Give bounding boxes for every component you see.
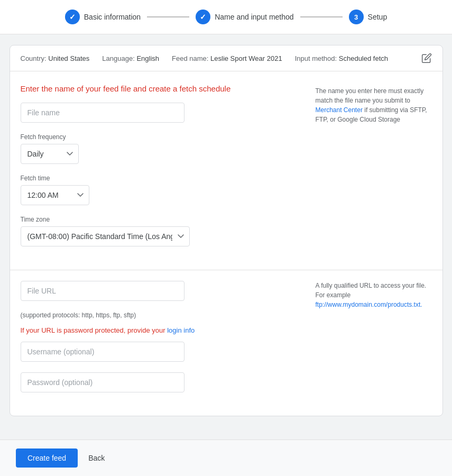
supported-protocols: (supported protocols: http, https, ftp, … — [21, 312, 294, 319]
main-card: Country: United States Language: English… — [10, 45, 443, 416]
timezone-label: Time zone — [21, 216, 294, 223]
country-info: Country: United States — [21, 54, 90, 62]
bottom-bar: Create feed Back — [0, 440, 452, 476]
step-3: 3 Setup — [349, 10, 388, 24]
login-info-link[interactable]: login info — [167, 326, 195, 334]
edit-button[interactable] — [421, 53, 432, 63]
fetch-frequency-group: Fetch frequency Daily Weekly Monthly — [21, 133, 294, 164]
info-bar: Country: United States Language: English… — [10, 45, 442, 71]
form-right-hint: The name you enter here must exactly mat… — [316, 84, 432, 257]
input-method-info: Input method: Scheduled fetch — [295, 54, 388, 62]
section-title: Enter the name of your feed file and cre… — [21, 84, 294, 93]
username-group — [21, 342, 294, 362]
url-section-inner: (supported protocols: http, https, ftp, … — [21, 281, 432, 403]
url-left: (supported protocols: http, https, ftp, … — [21, 281, 294, 403]
step2-label: Name and input method — [215, 13, 293, 21]
username-input[interactable] — [21, 342, 185, 362]
step-1: ✓ Basic information — [65, 10, 141, 24]
file-url-input[interactable] — [21, 281, 185, 301]
connector-2 — [300, 16, 343, 17]
step-2: ✓ Name and input method — [196, 10, 293, 24]
password-group — [21, 372, 294, 392]
fetch-time-select[interactable]: 12:00 AM 1:00 AM 2:00 AM 3:00 AM — [21, 185, 89, 205]
timezone-group: Time zone (GMT-08:00) Pacific Standard T… — [21, 216, 294, 246]
create-feed-button[interactable]: Create feed — [16, 448, 78, 468]
step1-icon: ✓ — [65, 10, 80, 24]
fetch-frequency-select[interactable]: Daily Weekly Monthly — [21, 144, 79, 164]
form-left: Enter the name of your feed file and cre… — [21, 84, 294, 257]
feed-name-info: Feed name: Leslie Sport Wear 2021 — [172, 54, 282, 62]
password-warning: If your URL is password protected, provi… — [21, 326, 294, 334]
fetch-frequency-label: Fetch frequency — [21, 133, 294, 141]
password-input[interactable] — [21, 372, 185, 392]
checkmark-icon-2: ✓ — [200, 13, 206, 21]
connector-1 — [147, 16, 189, 17]
file-name-input[interactable] — [21, 103, 185, 123]
hint-text: The name you enter here must exactly mat… — [316, 86, 432, 124]
step3-label: Setup — [368, 13, 388, 21]
url-right-hint: A fully qualified URL to access your fil… — [316, 281, 432, 403]
form-section: Enter the name of your feed file and cre… — [10, 71, 442, 270]
timezone-select[interactable]: (GMT-08:00) Pacific Standard Time (Los A… — [21, 226, 190, 246]
url-section: (supported protocols: http, https, ftp, … — [10, 270, 442, 416]
stepper: ✓ Basic information ✓ Name and input met… — [0, 0, 452, 34]
file-name-group — [21, 103, 294, 123]
checkmark-icon: ✓ — [69, 13, 76, 21]
fetch-time-label: Fetch time — [21, 175, 294, 182]
step3-number: 3 — [354, 13, 358, 21]
step3-icon: 3 — [349, 10, 364, 24]
url-hint-text: A fully qualified URL to access your fil… — [316, 281, 432, 309]
file-url-group — [21, 281, 294, 301]
back-button[interactable]: Back — [86, 448, 107, 468]
step2-icon: ✓ — [196, 10, 210, 24]
fetch-time-group: Fetch time 12:00 AM 1:00 AM 2:00 AM 3:00… — [21, 175, 294, 205]
language-info: Language: English — [102, 54, 159, 62]
step1-label: Basic information — [84, 13, 141, 21]
